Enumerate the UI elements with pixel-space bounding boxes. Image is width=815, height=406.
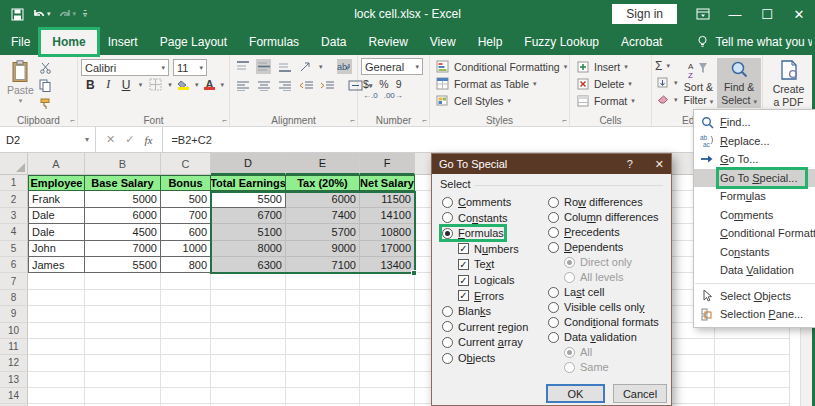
copy-icon[interactable]: [38, 78, 53, 93]
cell-E3[interactable]: 7400: [286, 208, 360, 224]
cell-A4[interactable]: Dale: [28, 224, 85, 240]
align-left-icon[interactable]: [235, 78, 250, 93]
styles-launcher-icon[interactable]: ⌐: [562, 116, 567, 125]
cell-D8[interactable]: [211, 290, 286, 306]
cell-A7[interactable]: [28, 273, 85, 289]
option-objects[interactable]: Objects: [442, 352, 495, 364]
bold-button[interactable]: B: [83, 78, 98, 92]
format-painter-icon[interactable]: [38, 96, 53, 111]
menu-item-constants[interactable]: Constants: [694, 243, 815, 262]
cell-F9[interactable]: [360, 306, 415, 322]
select-all-corner[interactable]: [0, 153, 28, 175]
cut-icon[interactable]: [38, 60, 53, 75]
find-select-button[interactable]: Find &Select ▾: [717, 58, 761, 108]
cell-A1[interactable]: Employee: [28, 175, 85, 191]
row-header-1[interactable]: 1: [0, 175, 28, 191]
option-current-region[interactable]: Current region: [442, 321, 528, 333]
fill-color-button[interactable]: [177, 80, 189, 90]
row-header-5[interactable]: 5: [0, 241, 28, 257]
customize-qat-button[interactable]: ▿̄: [83, 10, 87, 19]
cell-B5[interactable]: 7000: [85, 241, 161, 257]
row-header-11[interactable]: 11: [0, 339, 28, 355]
tab-file[interactable]: File: [0, 30, 41, 54]
formula-input[interactable]: =B2+C2: [163, 127, 219, 152]
cell-C8[interactable]: [161, 290, 211, 306]
cell-C7[interactable]: [161, 273, 211, 289]
cell-C10[interactable]: [161, 323, 211, 339]
row-header-7[interactable]: 7: [0, 273, 28, 289]
menu-item-select-objects[interactable]: Select Objects: [694, 287, 815, 306]
menu-item-conditional-formatting[interactable]: Conditional Formatting: [694, 224, 815, 243]
comma-style-button[interactable]: 9: [396, 78, 402, 90]
row-header-10[interactable]: 10: [0, 323, 28, 339]
wrap-text-icon[interactable]: ab: [337, 59, 352, 74]
cell-A8[interactable]: [28, 290, 85, 306]
sign-in-button[interactable]: Sign in: [612, 4, 677, 24]
cell-E8[interactable]: [286, 290, 360, 306]
menu-item-selection-pane[interactable]: Selection Pane...: [694, 305, 815, 324]
option-comments[interactable]: Comments: [442, 196, 511, 208]
cell-B2[interactable]: 5000: [85, 191, 161, 207]
cell-D1[interactable]: Total Earnings: [211, 175, 286, 191]
cell-B10[interactable]: [85, 323, 161, 339]
cell-A5[interactable]: John: [28, 241, 85, 257]
option-constants[interactable]: Constants: [442, 212, 508, 224]
tab-help[interactable]: Help: [467, 30, 514, 54]
cell-E14[interactable]: [286, 388, 360, 404]
align-center-icon[interactable]: [256, 78, 271, 93]
cell-B8[interactable]: [85, 290, 161, 306]
cell-A13[interactable]: [28, 372, 85, 388]
cell-A12[interactable]: [28, 355, 85, 371]
cell-C14[interactable]: [161, 388, 211, 404]
tab-review[interactable]: Review: [357, 30, 418, 54]
font-launcher-icon[interactable]: ⌐: [222, 116, 227, 125]
percent-button[interactable]: %: [379, 78, 388, 90]
clipboard-launcher-icon[interactable]: ⌐: [70, 116, 75, 125]
row-header-14[interactable]: 14: [0, 388, 28, 404]
font-name-combo[interactable]: Calibri▾: [81, 59, 169, 76]
cell-E1[interactable]: Tax (20%): [286, 175, 360, 191]
cell-C11[interactable]: [161, 339, 211, 355]
cell-B1[interactable]: Base Salary: [85, 175, 161, 191]
cell-B7[interactable]: [85, 273, 161, 289]
align-right-icon[interactable]: [277, 78, 292, 93]
row-header-2[interactable]: 2: [0, 191, 28, 207]
menu-item-replace[interactable]: abacReplace...: [694, 132, 815, 151]
decrease-indent-icon[interactable]: [298, 78, 313, 93]
cell-styles-button[interactable]: Cell Styles▾: [433, 92, 566, 109]
cell-A6[interactable]: James: [28, 257, 85, 273]
cell-C12[interactable]: [161, 355, 211, 371]
dialog-title-bar[interactable]: Go To Special ? ✕: [432, 154, 671, 174]
alignment-launcher-icon[interactable]: ⌐: [350, 116, 355, 125]
cell-K11[interactable]: [715, 339, 790, 355]
option-last-cell[interactable]: Last cell: [548, 286, 604, 298]
column-header-D[interactable]: D: [211, 153, 286, 175]
cell-F4[interactable]: 10800: [360, 224, 415, 240]
row-header-3[interactable]: 3: [0, 208, 28, 224]
menu-item-comments[interactable]: Comments: [694, 206, 815, 225]
increase-decimal-icon[interactable]: ←.0: [363, 91, 378, 100]
cell-E4[interactable]: 5700: [286, 224, 360, 240]
cell-D6[interactable]: 6300: [211, 257, 286, 273]
dialog-help-button[interactable]: ?: [627, 158, 633, 170]
cell-A3[interactable]: Dale: [28, 208, 85, 224]
cell-B4[interactable]: 4500: [85, 224, 161, 240]
cell-A2[interactable]: Frank: [28, 191, 85, 207]
cell-D10[interactable]: [211, 323, 286, 339]
cell-E9[interactable]: [286, 306, 360, 322]
cell-D2[interactable]: 5500: [211, 191, 286, 207]
cell-C3[interactable]: 700: [161, 208, 211, 224]
redo-button[interactable]: ▾: [58, 8, 77, 20]
column-header-C[interactable]: C: [161, 153, 211, 175]
cell-F1[interactable]: Net Salary: [360, 175, 415, 191]
column-header-A[interactable]: A: [28, 153, 85, 175]
option-precedents[interactable]: Precedents: [548, 226, 620, 238]
tab-formulas[interactable]: Formulas: [238, 30, 310, 54]
option-column-differences[interactable]: Column differences: [548, 211, 659, 223]
cell-K14[interactable]: [715, 388, 790, 404]
cell-A11[interactable]: [28, 339, 85, 355]
cell-B12[interactable]: [85, 355, 161, 371]
cell-D11[interactable]: [211, 339, 286, 355]
middle-align-icon[interactable]: [256, 59, 271, 74]
cell-B3[interactable]: 6000: [85, 208, 161, 224]
